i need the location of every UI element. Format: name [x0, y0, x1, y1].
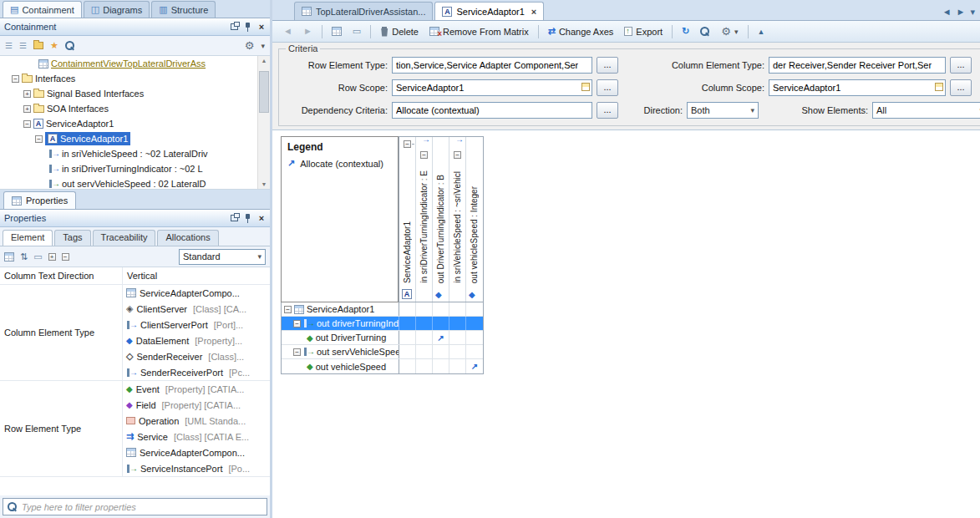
close-panel-icon[interactable] — [257, 22, 266, 32]
back-button[interactable] — [279, 25, 297, 38]
expand-all-icon[interactable] — [19, 41, 27, 50]
column-header[interactable]: in sriVehicleSpeed : ~sriVehicl — [449, 137, 466, 302]
matrix-row-driverturningind-selected[interactable]: out driverTurningInd — [282, 317, 483, 331]
list-item[interactable]: ServiceAdapterCompo... — [123, 285, 270, 301]
close-tab-icon[interactable] — [531, 7, 536, 17]
matrix-cell[interactable] — [399, 359, 416, 373]
matrix-cell[interactable] — [449, 317, 466, 330]
scroll-tabs-right-icon[interactable] — [957, 8, 966, 17]
sort-icon[interactable] — [20, 252, 28, 262]
tree-item-signal-based-interfaces[interactable]: Signal Based Interfaces — [0, 86, 270, 101]
list-item[interactable]: SenderReceiverPort[Pc... — [123, 364, 270, 380]
matrix-cell[interactable] — [449, 359, 466, 373]
export-button[interactable]: Export — [620, 25, 667, 38]
collapse-expander-icon[interactable] — [284, 306, 292, 313]
matrix-cell[interactable] — [416, 302, 433, 316]
direction-select[interactable]: Both — [687, 102, 759, 119]
expand-expander-icon[interactable] — [23, 90, 31, 98]
list-item[interactable]: SenderReceiver[Class]... — [123, 348, 270, 364]
tab-tags[interactable]: Tags — [54, 230, 90, 246]
description-icon[interactable] — [33, 252, 42, 262]
list-item[interactable]: ServiceAdapterCompon... — [123, 444, 270, 460]
row-element-type-browse-button[interactable]: ... — [597, 57, 618, 74]
matrix-row-driverturning[interactable]: out DriverTurning — [282, 331, 483, 345]
matrix-cell[interactable] — [466, 302, 483, 316]
property-value[interactable]: Vertical — [123, 267, 270, 284]
tree-item-serviceadaptor1-parent[interactable]: ServiceAdaptor1 — [0, 116, 270, 131]
matrix-cell[interactable] — [399, 331, 416, 344]
open-diagram-icon[interactable] — [33, 42, 43, 49]
forward-button[interactable] — [299, 25, 317, 38]
edit-criteria-button[interactable] — [348, 25, 365, 38]
pin-panel-icon[interactable] — [244, 23, 251, 32]
scroll-up-icon[interactable]: ▲ — [258, 58, 270, 63]
collapse-expander-icon[interactable] — [293, 348, 301, 356]
matrix-cell[interactable] — [449, 302, 466, 316]
matrix-cell[interactable] — [466, 317, 483, 330]
expand-expander-icon[interactable] — [23, 105, 31, 113]
matrix-row-serviceadaptor1[interactable]: ServiceAdaptor1 — [282, 302, 483, 317]
column-header[interactable]: ServiceAdaptor1 — [399, 137, 416, 302]
tab-element[interactable]: Element — [3, 230, 53, 246]
tree-item-containment-view[interactable]: ContainmentViewTopLateralDriverAss — [0, 56, 270, 71]
matrix-cell[interactable] — [416, 331, 433, 344]
matrix-cell[interactable] — [399, 345, 416, 358]
list-item[interactable]: ClientServerPort[Port]... — [123, 317, 270, 333]
column-element-type-browse-button[interactable]: ... — [950, 57, 972, 74]
refresh-button[interactable] — [678, 25, 693, 38]
tree-item-soa-interfaces[interactable]: SOA Interfaces — [0, 101, 270, 116]
list-item[interactable]: Event[Property] [CATIA... — [123, 381, 270, 397]
row-scope-input[interactable] — [392, 79, 592, 96]
collapse-expander-icon[interactable] — [293, 320, 301, 328]
collapse-expander-icon[interactable] — [12, 75, 19, 83]
matrix-cell[interactable] — [466, 331, 483, 344]
float-panel-icon[interactable] — [231, 23, 238, 30]
search-icon[interactable] — [65, 41, 75, 51]
expand-groups-icon[interactable] — [48, 253, 56, 261]
matrix-cell[interactable] — [449, 345, 466, 358]
matrix-cell[interactable] — [466, 345, 483, 358]
tree-scrollbar[interactable]: ▲ ▼ — [257, 56, 270, 189]
matrix-cell[interactable] — [433, 317, 449, 330]
pin-panel-icon[interactable] — [244, 214, 251, 223]
gear-icon[interactable] — [245, 40, 255, 51]
tab-list-icon[interactable] — [970, 8, 975, 17]
collapse-expander-icon[interactable] — [35, 135, 43, 143]
list-item[interactable]: Field[Property] [CATIA... — [123, 397, 270, 413]
favorites-icon[interactable] — [50, 41, 58, 50]
allocation-mark-cell[interactable] — [466, 359, 483, 373]
collapse-criteria-button[interactable] — [754, 25, 769, 38]
tab-allocations[interactable]: Allocations — [157, 230, 218, 246]
tab-properties[interactable]: Properties — [3, 191, 76, 209]
tab-containment[interactable]: Containment — [3, 1, 82, 18]
tree-item-servvehiclespeed[interactable]: out servVehicleSpeed : 02 LateralD — [0, 176, 270, 190]
tree-item-srivehiclespeed[interactable]: in sriVehicleSpeed : ~02 LateralDriv — [0, 146, 270, 161]
gear-dropdown-icon[interactable] — [261, 41, 265, 50]
row-scope-browse-button[interactable]: ... — [597, 79, 618, 96]
tab-traceability[interactable]: Traceability — [93, 230, 156, 246]
tab-toplateraldriverassistant[interactable]: TopLateralDriverAssistan... — [294, 2, 433, 20]
matrix-row-servvehiclespeed[interactable]: out servVehicleSpee — [282, 345, 483, 359]
dependency-criteria-browse-button[interactable]: ... — [597, 102, 618, 119]
related-elements-button[interactable] — [328, 25, 346, 38]
collapse-all-icon[interactable] — [5, 41, 13, 50]
scope-picker-icon[interactable] — [935, 83, 943, 91]
column-header[interactable]: in sriDriverTurningIndicator : E — [416, 137, 433, 302]
scrollbar-thumb[interactable] — [259, 71, 269, 113]
column-scope-input[interactable] — [769, 79, 946, 96]
float-panel-icon[interactable] — [231, 215, 238, 221]
property-row-column-element-type[interactable]: Column Element Type ServiceAdapterCompo.… — [0, 285, 270, 381]
matrix-cell[interactable] — [449, 331, 466, 344]
row-element-type-input[interactable] — [392, 57, 592, 74]
scroll-down-icon[interactable]: ▼ — [258, 181, 270, 187]
tree-item-serviceadaptor1-selected[interactable]: ServiceAdaptor1 — [0, 131, 270, 146]
tab-diagrams[interactable]: Diagrams — [84, 1, 150, 18]
column-scope-browse-button[interactable]: ... — [950, 79, 972, 96]
list-item[interactable]: ServiceInstancePort[Po... — [123, 460, 270, 476]
remove-from-matrix-button[interactable]: Remove From Matrix — [425, 25, 533, 38]
column-header[interactable]: out vehicleSpeed : Integer — [466, 137, 483, 302]
filter-properties-input[interactable] — [22, 502, 262, 512]
matrix-cell[interactable] — [416, 359, 433, 373]
dependency-criteria-input[interactable] — [392, 102, 592, 119]
matrix-cell[interactable] — [433, 345, 449, 358]
